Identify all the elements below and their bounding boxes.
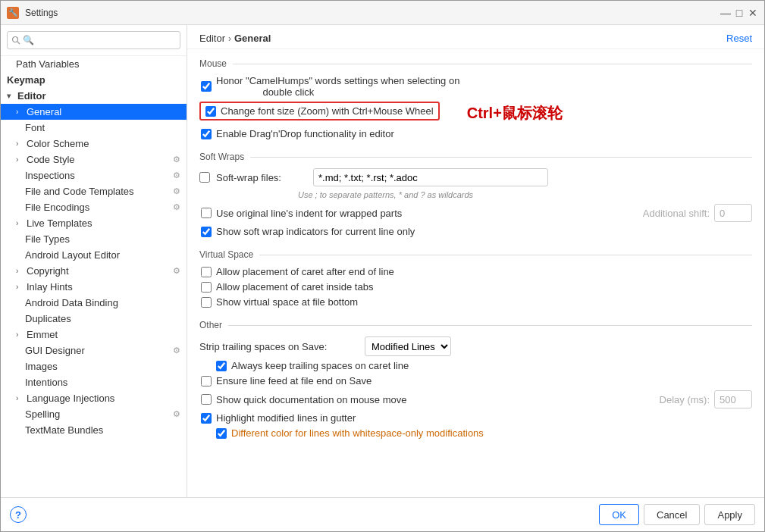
- close-button[interactable]: ✕: [748, 8, 758, 18]
- chevron-right-icon: ›: [16, 267, 24, 275]
- sidebar-item-android-layout-editor[interactable]: Android Layout Editor: [1, 247, 187, 263]
- sidebar-item-language-injections[interactable]: › Language Injections: [1, 390, 187, 406]
- show-virtual-space-bottom-label: Show virtual space at file bottom: [216, 296, 358, 308]
- use-original-indent-label: Use original line's indent for wrapped p…: [216, 208, 402, 219]
- sidebar-item-images[interactable]: Images: [1, 358, 187, 374]
- allow-caret-after-end-row: Allow placement of caret after end of li…: [199, 266, 752, 277]
- settings-icon: ⚙: [173, 171, 180, 180]
- change-font-size-checkbox[interactable]: [205, 106, 216, 117]
- sidebar-label: Font: [25, 122, 45, 133]
- breadcrumb: Editor › General: [199, 33, 271, 44]
- sidebar-item-live-templates[interactable]: › Live Templates: [1, 215, 187, 231]
- delay-label: Delay (ms):: [660, 394, 710, 405]
- minimize-button[interactable]: —: [720, 8, 731, 18]
- sidebar-item-code-style[interactable]: › Code Style ⚙: [1, 152, 187, 167]
- keep-trailing-spaces-label: Always keep trailing spaces on caret lin…: [231, 360, 409, 371]
- sidebar-item-inspections[interactable]: Inspections ⚙: [1, 167, 187, 183]
- show-virtual-space-bottom-checkbox[interactable]: [201, 297, 212, 308]
- sidebar-item-gui-designer[interactable]: GUI Designer ⚙: [1, 343, 187, 358]
- settings-icon: ⚙: [173, 266, 180, 276]
- breadcrumb-parent: Editor: [199, 33, 225, 44]
- search-box[interactable]: [1, 25, 187, 56]
- use-original-indent-checkbox[interactable]: [201, 208, 212, 218]
- sidebar: Path Variables Keymap ▾ Editor › General: [1, 25, 187, 497]
- ensure-line-feed-checkbox[interactable]: [201, 376, 212, 386]
- enable-dragndrop-checkbox[interactable]: [201, 129, 212, 139]
- sidebar-item-textmate-bundles[interactable]: TextMate Bundles: [1, 422, 187, 438]
- search-input[interactable]: [7, 31, 180, 49]
- show-quick-doc-checkbox[interactable]: [201, 394, 212, 405]
- help-button[interactable]: ?: [10, 506, 27, 523]
- sidebar-item-file-code-templates[interactable]: File and Code Templates ⚙: [1, 183, 187, 199]
- footer: ? OK Cancel Apply: [1, 497, 764, 531]
- highlight-modified-row: Highlight modified lines in gutter: [199, 412, 752, 424]
- different-color-label: Different color for lines with whitespac…: [231, 427, 484, 439]
- sidebar-item-general[interactable]: › General: [1, 104, 187, 120]
- sidebar-item-color-scheme[interactable]: › Color Scheme: [1, 136, 187, 152]
- change-font-size-label: Change font size (Zoom) with Ctrl+Mouse …: [221, 105, 434, 117]
- cancel-button[interactable]: Cancel: [644, 504, 700, 525]
- soft-wrap-input[interactable]: [313, 168, 548, 186]
- ensure-line-feed-label: Ensure line feed at file end on Save: [216, 375, 372, 386]
- footer-left: ?: [10, 506, 27, 523]
- breadcrumb-current: General: [234, 33, 271, 44]
- allow-caret-inside-tabs-checkbox[interactable]: [201, 282, 212, 293]
- title-bar: 🔧 Settings — □ ✕: [1, 1, 764, 25]
- chevron-right-icon: ›: [16, 155, 24, 164]
- sidebar-label: File and Code Templates: [25, 186, 134, 197]
- show-quick-doc-label: Show quick documentation on mouse move: [216, 394, 406, 405]
- highlight-modified-label: Highlight modified lines in gutter: [216, 412, 356, 424]
- sidebar-label: File Encodings: [25, 202, 89, 213]
- sidebar-label: Copyright: [27, 265, 69, 277]
- sidebar-label: Live Templates: [27, 217, 92, 229]
- additional-shift-input[interactable]: [714, 204, 752, 222]
- show-wrap-indicators-label: Show soft wrap indicators for current li…: [216, 226, 415, 237]
- show-virtual-space-bottom-row: Show virtual space at file bottom: [199, 296, 752, 308]
- chevron-right-icon: ›: [16, 108, 24, 116]
- breadcrumb-arrow: ›: [228, 33, 231, 44]
- sidebar-item-keymap[interactable]: Keymap: [1, 72, 187, 88]
- soft-wrap-checkbox[interactable]: [199, 172, 210, 183]
- allow-caret-after-end-checkbox[interactable]: [201, 267, 212, 277]
- caret-hint-label: Ctrl+鼠标滚轮: [467, 103, 563, 124]
- content-area: Mouse Honor "CamelHumps" words settings …: [187, 49, 764, 497]
- sidebar-item-font[interactable]: Font: [1, 120, 187, 136]
- allow-caret-after-end-label: Allow placement of caret after end of li…: [216, 266, 394, 277]
- maximize-button[interactable]: □: [734, 8, 745, 18]
- show-wrap-indicators-checkbox[interactable]: [201, 227, 212, 237]
- sidebar-item-intentions[interactable]: Intentions: [1, 374, 187, 390]
- sidebar-item-file-encodings[interactable]: File Encodings ⚙: [1, 199, 187, 215]
- enable-dragndrop-row: Enable Drag'n'Drop functionality in edit…: [199, 128, 752, 139]
- sidebar-label: Duplicates: [25, 313, 71, 324]
- window-controls: — □ ✕: [720, 8, 758, 18]
- sidebar-label: Color Scheme: [27, 138, 89, 149]
- additional-shift-label: Additional shift:: [643, 208, 710, 219]
- sidebar-item-file-types[interactable]: File Types: [1, 231, 187, 247]
- main-header: Editor › General Reset: [187, 25, 764, 49]
- soft-wrap-helper: Use ; to separate patterns, * and ? as w…: [199, 190, 752, 199]
- sidebar-item-spelling[interactable]: Spelling ⚙: [1, 406, 187, 422]
- chevron-right-icon: ›: [16, 219, 24, 227]
- reset-link[interactable]: Reset: [726, 33, 752, 44]
- different-color-checkbox[interactable]: [216, 428, 227, 439]
- sidebar-item-emmet[interactable]: › Emmet: [1, 327, 187, 343]
- ok-button[interactable]: OK: [599, 504, 639, 525]
- sidebar-item-editor[interactable]: ▾ Editor: [1, 88, 187, 104]
- sidebar-label: Emmet: [27, 329, 58, 340]
- show-wrap-indicators-row: Show soft wrap indicators for current li…: [199, 226, 752, 237]
- sidebar-item-duplicates[interactable]: Duplicates: [1, 311, 187, 327]
- sidebar-item-copyright[interactable]: › Copyright ⚙: [1, 263, 187, 279]
- sidebar-item-android-data-binding[interactable]: Android Data Binding: [1, 295, 187, 311]
- honor-camelhumps-checkbox[interactable]: [201, 81, 212, 92]
- other-section: Other Strip trailing spaces on Save: Non…: [199, 320, 752, 439]
- sidebar-label: Images: [25, 361, 58, 372]
- strip-trailing-select[interactable]: None All Modified Lines: [365, 336, 451, 356]
- delay-input[interactable]: [714, 390, 752, 408]
- sidebar-item-path-variables[interactable]: Path Variables: [1, 56, 187, 72]
- apply-button[interactable]: Apply: [704, 504, 755, 525]
- sidebar-item-inlay-hints[interactable]: › Inlay Hints: [1, 279, 187, 295]
- sidebar-label: Intentions: [25, 377, 67, 388]
- settings-icon: ⚙: [173, 155, 180, 164]
- highlight-modified-checkbox[interactable]: [201, 413, 212, 424]
- keep-trailing-spaces-checkbox[interactable]: [216, 361, 227, 371]
